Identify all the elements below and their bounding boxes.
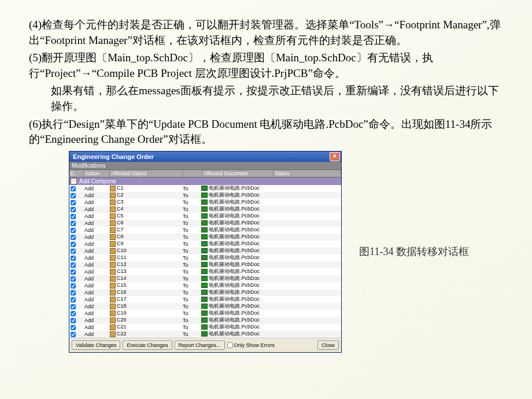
cell-action: Add [83, 241, 109, 247]
document-icon [201, 248, 208, 253]
document-icon [201, 297, 208, 302]
table-row[interactable]: AddC13To电机驱动电路.PcbDoc [69, 268, 341, 275]
row-checkbox[interactable] [71, 249, 76, 254]
document-icon [201, 262, 208, 267]
document-icon [201, 290, 208, 295]
cell-to: To [182, 297, 200, 302]
row-checkbox[interactable] [71, 332, 76, 337]
cell-action: Add [83, 304, 109, 309]
table-row[interactable]: AddC20To电机驱动电路.PcbDoc [69, 317, 341, 324]
row-checkbox[interactable] [71, 311, 76, 316]
table-row[interactable]: AddC3To电机驱动电路.PcbDoc [69, 199, 341, 206]
cell-affected-object: C16 [109, 289, 182, 295]
cell-action: Add [83, 276, 109, 282]
row-checkbox[interactable] [71, 228, 76, 233]
row-checkbox[interactable] [71, 263, 76, 268]
table-row[interactable]: AddC21To电机驱动电路.PcbDoc [69, 324, 341, 331]
table-row[interactable]: AddC6To电机驱动电路.PcbDoc [69, 220, 341, 227]
cell-affected-object: C13 [109, 268, 182, 275]
cell-action: Add [83, 324, 109, 330]
only-show-errors-input[interactable] [227, 342, 233, 348]
row-checkbox[interactable] [71, 256, 76, 261]
document-icon [201, 331, 208, 337]
document-icon [201, 304, 208, 309]
table-row[interactable]: AddC17To电机驱动电路.PcbDoc [69, 296, 341, 303]
para-num-6: (6) [29, 118, 42, 130]
table-row[interactable]: AddC11To电机驱动电路.PcbDoc [69, 254, 341, 261]
cell-to: To [182, 262, 200, 268]
row-checkbox[interactable] [71, 269, 76, 275]
table-row[interactable]: AddC7To电机驱动电路.PcbDoc [69, 227, 341, 234]
close-button[interactable]: Close [317, 341, 339, 350]
component-icon [110, 255, 116, 261]
eco-titlebar[interactable]: Engineering Change Order ✕ [69, 152, 341, 162]
cell-action: Add [83, 206, 109, 212]
col-action: Action [84, 170, 110, 177]
cell-to: To [182, 331, 200, 337]
component-icon [110, 248, 116, 254]
col-check: E.. [69, 170, 84, 177]
row-checkbox[interactable] [71, 297, 76, 302]
table-row[interactable]: AddC15To电机驱动电路.PcbDoc [69, 282, 341, 289]
document-icon [201, 227, 208, 232]
row-checkbox[interactable] [71, 200, 76, 205]
table-row[interactable]: AddC14To电机驱动电路.PcbDoc [69, 275, 341, 282]
row-checkbox[interactable] [71, 221, 76, 226]
document-icon [201, 324, 208, 330]
row-checkbox[interactable] [71, 276, 76, 282]
row-checkbox[interactable] [71, 304, 76, 309]
eco-rows: AddC1To电机驱动电路.PcbDocAddC2To电机驱动电路.PcbDoc… [69, 185, 341, 338]
document-icon [201, 234, 208, 239]
row-checkbox[interactable] [71, 318, 76, 323]
row-checkbox[interactable] [71, 214, 76, 219]
table-row[interactable]: AddC19To电机驱动电路.PcbDoc [69, 310, 341, 317]
table-row[interactable]: AddC4To电机驱动电路.PcbDoc [69, 206, 341, 213]
table-row[interactable]: AddC10To电机驱动电路.PcbDoc [69, 247, 341, 254]
col-to [183, 170, 202, 177]
cell-affected-object: C1 [109, 185, 182, 191]
table-row[interactable]: AddC8To电机驱动电路.PcbDoc [69, 234, 341, 241]
component-icon [110, 317, 116, 323]
cell-to: To [182, 317, 200, 323]
row-checkbox[interactable] [71, 186, 76, 191]
table-row[interactable]: AddC18To电机驱动电路.PcbDoc [69, 303, 341, 310]
table-row[interactable]: AddC22To电机驱动电路.PcbDoc [69, 331, 341, 338]
row-checkbox[interactable] [71, 242, 76, 247]
table-row[interactable]: AddC9To电机驱动电路.PcbDoc [69, 241, 341, 247]
cell-action: Add [83, 290, 109, 295]
row-checkbox[interactable] [71, 235, 76, 240]
cell-affected-object: C7 [109, 227, 182, 233]
component-icon [110, 234, 116, 240]
table-row[interactable]: AddC2To电机驱动电路.PcbDoc [69, 192, 341, 199]
row-checkbox[interactable] [71, 290, 76, 295]
document-icon [201, 186, 208, 191]
cell-to: To [182, 248, 200, 254]
collapse-icon[interactable]: - [71, 178, 77, 184]
execute-changes-button[interactable]: Execute Changes [123, 341, 172, 350]
eco-group-label: Add Compone [79, 178, 116, 184]
component-icon [110, 241, 116, 247]
table-row[interactable]: AddC1To电机驱动电路.PcbDoc [69, 185, 341, 192]
cell-to: To [182, 206, 200, 212]
validate-changes-button[interactable]: Validate Changes [72, 341, 120, 350]
table-row[interactable]: AddC12To电机驱动电路.PcbDoc [69, 261, 341, 268]
table-row[interactable]: AddC16To电机驱动电路.PcbDoc [69, 289, 341, 296]
cell-affected-object: C4 [109, 206, 182, 212]
row-checkbox[interactable] [71, 283, 76, 289]
cell-affected-object: C9 [109, 241, 182, 247]
report-changes-button[interactable]: Report Changes... [175, 341, 225, 350]
cell-action: Add [83, 331, 109, 337]
table-row[interactable]: AddC5To电机驱动电路.PcbDoc [69, 213, 341, 220]
component-icon [110, 262, 116, 268]
para-text-5a: 翻开原理图〔Main_top.SchDoc〕，检查原理图〔Main_top.Sc… [29, 51, 433, 79]
row-checkbox[interactable] [71, 207, 76, 212]
eco-group-row[interactable]: - Add Compone [69, 178, 341, 185]
only-show-errors-checkbox[interactable]: Only Show Errors [227, 342, 275, 348]
component-icon [110, 193, 116, 198]
row-checkbox[interactable] [71, 325, 76, 330]
close-icon[interactable]: ✕ [330, 152, 340, 161]
row-checkbox[interactable] [71, 193, 76, 198]
cell-to: To [182, 304, 200, 309]
cell-action: Add [83, 213, 109, 219]
paragraph-6: (6)执行“Design”菜单下的“Update PCB Document 电机… [29, 117, 509, 147]
